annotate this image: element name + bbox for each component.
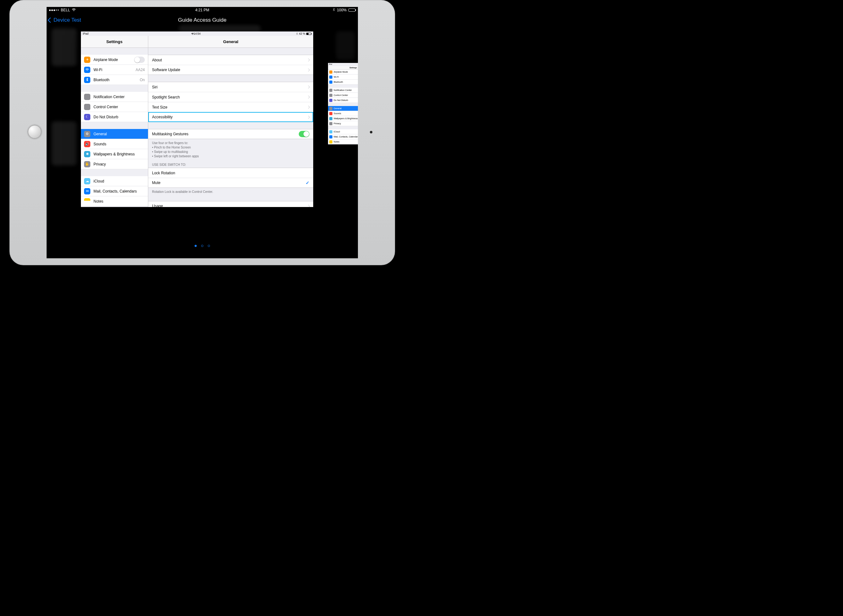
detail-row-spotlight-search[interactable]: Spotlight Search — [148, 92, 313, 102]
sidepeek-row[interactable]: Wi-Fi — [328, 75, 358, 79]
bluetooth-icon — [333, 8, 335, 12]
sidebar-item-airplane-mode[interactable]: ✈Airplane Mode — [81, 55, 148, 65]
detail-row-usage[interactable]: Usage — [148, 201, 313, 207]
detail-row-about[interactable]: About — [148, 55, 313, 65]
sidebar-item-label: Mail, Contacts, Calendars — [94, 189, 137, 194]
front-camera — [370, 131, 372, 133]
sidebar-item-privacy[interactable]: ✋Privacy — [81, 159, 148, 169]
detail-row-multitasking-gestures[interactable]: Multitasking Gestures — [148, 129, 313, 139]
status-time: 4:21 PM — [47, 8, 358, 12]
sidepeek-row[interactable]: Sounds — [328, 111, 358, 116]
chevron-right-icon — [307, 85, 310, 89]
sidebar-item-do-not-disturb[interactable]: ☾Do Not Disturb — [81, 112, 148, 122]
control-center-icon — [84, 104, 90, 110]
page-title: Guide Access Guide — [178, 17, 226, 23]
carrier-label: BELL — [61, 8, 70, 12]
settings-screenshot: iPad 14:54 42 % — [81, 31, 313, 207]
detail-row-mute[interactable]: Mute✓ — [148, 178, 313, 188]
detail-row-siri[interactable]: Siri — [148, 82, 313, 92]
sidebar-item-general[interactable]: ⚙General — [81, 129, 148, 139]
home-button[interactable] — [28, 125, 41, 139]
sidebar-item-label: General — [94, 132, 107, 136]
sidebar-item-notes[interactable]: Notes — [81, 196, 148, 206]
chevron-right-icon — [307, 204, 310, 207]
sidepeek-row[interactable]: Privacy — [328, 121, 358, 126]
sidepeek-row[interactable]: Do Not Disturb — [328, 98, 358, 103]
chevron-right-icon — [307, 59, 310, 62]
settings-title: Settings — [81, 36, 148, 47]
detail-row-label: Usage — [152, 204, 163, 207]
sidepeek-row[interactable]: Control Center — [328, 93, 358, 98]
sidebar-item-icloud[interactable]: ☁iCloud — [81, 176, 148, 186]
sidebar-item-bluetooth[interactable]: BluetoothOn — [81, 75, 148, 85]
chevron-right-icon — [307, 106, 310, 109]
wifi-icon — [84, 67, 90, 73]
sidebar-item-label: Privacy — [94, 162, 106, 166]
detail-row-text-size[interactable]: Text Size — [148, 102, 313, 112]
notification-icon — [84, 94, 90, 100]
section-header: USE SIDE SWITCH TO: — [148, 158, 313, 168]
icloud-icon: ☁ — [84, 178, 90, 184]
detail-row-label: Accessibility — [152, 115, 172, 119]
wifi-icon — [191, 33, 194, 35]
device-label: iPad — [83, 32, 88, 35]
sidebar-item-mail-contacts-calendars[interactable]: ✉Mail, Contacts, Calendars — [81, 186, 148, 196]
mail-icon: ✉ — [84, 188, 90, 194]
page-dot[interactable] — [195, 245, 197, 247]
sidebar-item-label: Airplane Mode — [94, 57, 118, 62]
detail-row-label: Spotlight Search — [152, 95, 180, 100]
ipad-device-frame: BELL 4:21 PM 100% Device Test — [9, 0, 395, 265]
chevron-right-icon — [307, 95, 310, 99]
sidepeek-row[interactable]: Airplane Mode — [328, 69, 358, 75]
sidebar-item-notification-center[interactable]: Notification Center — [81, 92, 148, 102]
privacy-icon: ✋ — [84, 161, 90, 167]
sidepeek-row[interactable]: Wallpapers & Brightness — [328, 116, 358, 121]
inner-battery-label: 42 % — [299, 32, 305, 35]
wallpaper-icon: ✱ — [84, 151, 90, 157]
settings-detail[interactable]: AboutSoftware UpdateSiriSpotlight Search… — [148, 48, 313, 207]
chevron-left-icon — [48, 18, 53, 23]
page-indicator[interactable] — [47, 245, 358, 247]
sidepeek-row[interactable]: Mail, Contacts, Calendars — [328, 134, 358, 139]
detail-row-accessibility[interactable]: Accessibility — [148, 112, 313, 122]
page-dot[interactable] — [201, 245, 203, 247]
sidebar-item-control-center[interactable]: Control Center — [81, 102, 148, 112]
sidepeek-row[interactable]: Bluetooth — [328, 79, 358, 85]
detail-row-label: Multitasking Gestures — [152, 132, 188, 136]
sidebar-item-label: Control Center — [94, 105, 118, 109]
detail-row-lock-rotation[interactable]: Lock Rotation — [148, 168, 313, 178]
sidepeek-row[interactable]: iCloud — [328, 129, 358, 134]
detail-row-label: Text Size — [152, 105, 167, 110]
settings-sidebar[interactable]: ✈Airplane ModeWi-FiAA24BluetoothOnNotifi… — [81, 48, 148, 207]
toggle-switch[interactable] — [299, 131, 310, 137]
sidebar-item-wi-fi[interactable]: Wi-FiAA24 — [81, 65, 148, 75]
chevron-right-icon — [307, 68, 310, 72]
sidepeek-row[interactable]: Notes — [328, 139, 358, 144]
detail-row-label: About — [152, 58, 162, 62]
sidebar-item-sounds[interactable]: 🔊Sounds — [81, 139, 148, 149]
bluetooth-icon — [296, 32, 298, 35]
battery-icon — [306, 33, 311, 35]
moon-icon: ☾ — [84, 114, 90, 120]
guide-stage: iPad Settings Airplane ModeWi-FiBluetoot… — [47, 27, 358, 258]
sidepeek-row[interactable]: General — [328, 106, 358, 111]
sidebar-item-value: On — [140, 78, 145, 82]
back-button[interactable]: Device Test — [48, 13, 81, 27]
gestures-footer: Use four or five fingers to:• Pinch to t… — [148, 139, 313, 158]
next-slide-peek[interactable]: iPad Settings Airplane ModeWi-FiBluetoot… — [328, 63, 358, 144]
outer-status-bar: BELL 4:21 PM 100% — [47, 7, 358, 13]
sidepeek-row[interactable]: Notification Center — [328, 88, 358, 93]
battery-percent-label: 100% — [337, 8, 347, 12]
sidebar-item-wallpapers-brightness[interactable]: ✱Wallpapers & Brightness — [81, 149, 148, 159]
detail-row-label: Mute — [152, 180, 160, 185]
toggle-switch[interactable] — [134, 57, 145, 63]
detail-row-software-update[interactable]: Software Update — [148, 65, 313, 75]
chevron-right-icon — [307, 116, 310, 119]
airplane-icon: ✈ — [84, 57, 90, 63]
back-label: Device Test — [53, 17, 81, 23]
ipad-screen: BELL 4:21 PM 100% Device Test — [47, 7, 358, 258]
page-dot[interactable] — [208, 245, 210, 247]
wifi-icon — [72, 8, 76, 12]
sidebar-item-label: Sounds — [94, 142, 106, 146]
sidebar-item-label: Wi-Fi — [94, 67, 102, 72]
